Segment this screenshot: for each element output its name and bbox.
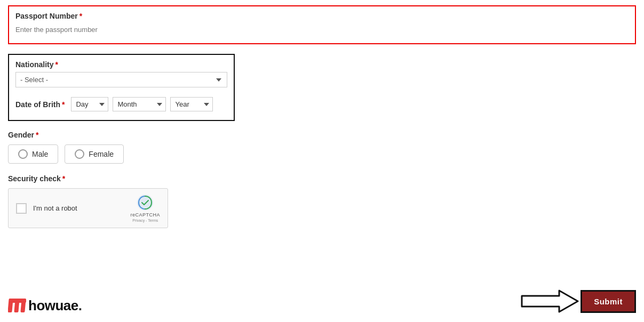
gender-required-star: * [36,131,38,139]
submit-area: Submit [516,288,636,315]
captcha-left: I'm not a robot [16,203,77,214]
female-radio-circle [75,149,84,159]
captcha-checkbox[interactable] [16,203,27,214]
security-label-text: Security check [8,174,61,183]
gender-female-button[interactable]: Female [65,144,124,164]
passport-required-star: * [79,12,82,20]
arrow-icon [516,288,581,315]
captcha-box: I'm not a robot reCAPTCHA Privacy - Term… [8,188,168,228]
recaptcha-brand-text: reCAPTCHA [130,212,160,218]
nationality-dob-section: Nationality * - Select -AfghanAlbanianAl… [8,54,235,121]
howuae-text: howuae. [28,297,82,314]
passport-section: Passport Number * [8,5,636,44]
recaptcha-terms-text: Privacy - Terms [132,219,158,222]
male-radio-circle [18,149,28,159]
captcha-right: reCAPTCHA Privacy - Terms [130,194,160,222]
passport-label-text: Passport Number [15,12,78,20]
gender-male-label: Male [32,150,48,158]
security-label: Security check * [8,174,636,183]
security-section: Security check * I'm not a robot reCAPTC… [8,174,636,228]
dob-year-select[interactable]: Year202420232022202120202015201020052000… [170,97,213,111]
howuae-m-icon [8,296,28,315]
logo-area: howuae. [8,296,82,315]
nationality-label-text: Nationality [15,60,54,69]
nationality-select-wrapper: - Select -AfghanAlbanianAlgerianAmerican… [15,72,227,87]
recaptcha-logo-icon [137,194,154,211]
howuae-logo: howuae. [8,296,82,315]
gender-label-text: Gender [8,131,34,139]
gender-male-button[interactable]: Male [8,144,58,164]
security-required-star: * [62,174,65,183]
dob-day-select[interactable]: Day1234567891011121314151617181920212223… [71,97,108,111]
dob-month-select[interactable]: MonthJanuaryFebruaryMarchAprilMayJuneJul… [113,97,166,111]
gender-label: Gender * [8,131,636,139]
nationality-label: Nationality * [15,60,227,69]
dob-required-star: * [62,100,65,109]
svg-marker-5 [522,291,578,312]
nationality-select[interactable]: - Select -AfghanAlbanianAlgerianAmerican… [15,72,227,87]
dob-label: Date of Brith * [15,100,65,109]
dob-label-text: Date of Brith [15,100,60,109]
svg-point-0 [137,195,153,211]
dob-row: Date of Brith * Day123456789101112131415… [15,97,227,111]
svg-rect-4 [9,299,26,303]
captcha-text: I'm not a robot [33,204,77,212]
passport-label: Passport Number * [15,12,629,20]
submit-button[interactable]: Submit [581,290,636,313]
gender-options: Male Female [8,144,636,164]
gender-female-label: Female [89,150,114,158]
gender-section: Gender * Male Female [8,131,636,164]
passport-input[interactable] [15,23,629,36]
nationality-required-star: * [55,60,58,69]
